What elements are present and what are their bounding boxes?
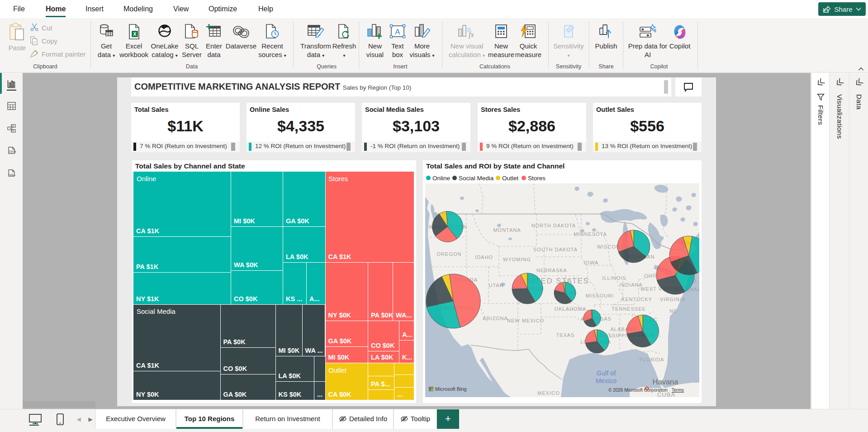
svg-text:X: X [133, 31, 137, 37]
svg-text:OKLAHOMA: OKLAHOMA [555, 306, 586, 312]
svg-text:Havana: Havana [653, 378, 679, 386]
svg-text:IDAHO: IDAHO [475, 254, 493, 260]
svg-text:TENNESSEE: TENNESSEE [612, 306, 646, 312]
svg-text:NEBRASKA: NEBRASKA [536, 268, 567, 273]
svg-text:© 2026 Microsoft Corporation: © 2026 Microsoft Corporation [608, 388, 668, 393]
svg-text:WYOMING: WYOMING [503, 257, 531, 262]
svg-text:UTAH: UTAH [489, 283, 503, 288]
svg-text:TMDL: TMDL [9, 173, 16, 176]
svg-text:fx: fx [469, 31, 474, 39]
svg-text:Mexico: Mexico [596, 377, 617, 384]
svg-text:MISSOURI: MISSOURI [586, 293, 614, 298]
svg-text:MINNESOTA: MINNESOTA [574, 231, 607, 237]
svg-text:ILLINOIS: ILLINOIS [602, 275, 626, 281]
svg-text:DAX: DAX [9, 150, 15, 153]
svg-text:SOUTH DAKOTA: SOUTH DAKOTA [533, 247, 578, 252]
svg-text:NC: NC [669, 308, 678, 314]
svg-text:VIRGINIA: VIRGINIA [660, 297, 685, 302]
svg-text:TEXAS: TEXAS [556, 332, 574, 338]
svg-text:ARIZONA: ARIZONA [483, 316, 508, 321]
svg-text:MEXICO: MEXICO [537, 390, 560, 396]
svg-text:NEW MEXICO: NEW MEXICO [507, 318, 544, 323]
svg-text:KENTUCKY: KENTUCKY [621, 297, 652, 302]
svg-text:NORTH DAKOTA: NORTH DAKOTA [531, 223, 576, 228]
svg-text:Microsoft Bing: Microsoft Bing [435, 386, 467, 392]
svg-text:Terms: Terms [672, 388, 684, 393]
svg-text:FLORIDA: FLORIDA [640, 357, 664, 362]
svg-text:IOWA: IOWA [584, 260, 599, 265]
svg-text:INDIANA: INDIANA [619, 282, 643, 288]
svg-text:Gulf of: Gulf of [597, 370, 617, 377]
svg-text:OREGON: OREGON [437, 251, 462, 257]
svg-text:MONTANA: MONTANA [493, 227, 521, 233]
